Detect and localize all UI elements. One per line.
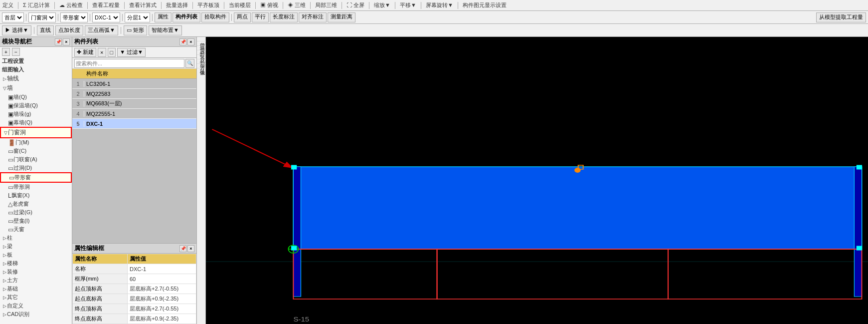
nav-item-wall[interactable]: ▽ 墙 bbox=[0, 83, 72, 93]
floor-select[interactable]: 首层 bbox=[2, 12, 24, 22]
nav-item-wall-buttress[interactable]: ▣ 墙垛(g) bbox=[0, 110, 72, 118]
toolbar-current-floor[interactable]: 当前楼层 bbox=[227, 1, 252, 9]
point-length-btn[interactable]: 点加长度 bbox=[55, 25, 83, 35]
toolbar-zoom[interactable]: 缩放▼ bbox=[372, 1, 392, 9]
nav-item-drawing[interactable]: 组图输入 bbox=[0, 65, 72, 74]
props-close[interactable]: × bbox=[187, 245, 194, 252]
pick-comp-btn[interactable]: 拾取构件 bbox=[201, 12, 229, 22]
nav-item-dormer[interactable]: △ 老虎窗 bbox=[0, 200, 72, 208]
prop-value-start-top[interactable]: 层底标高+2.7(-0.55) bbox=[128, 284, 196, 294]
extract-qty-btn[interactable]: 从模型提取工程量 bbox=[816, 12, 866, 22]
nav-item-stairs[interactable]: ▷ 楼梯 bbox=[0, 259, 72, 268]
vtool-extend[interactable]: 延伸 bbox=[197, 37, 206, 41]
toolbar-3d[interactable]: ◈ 三维 bbox=[286, 1, 307, 9]
nav-item-door[interactable]: 🚪 门(M) bbox=[0, 138, 72, 147]
toolbar-cloud[interactable]: ☁ 云检查 bbox=[58, 1, 84, 9]
nav-item-opening[interactable]: ▭ 过洞(D) bbox=[0, 164, 72, 172]
attr-btn[interactable]: 属性 bbox=[155, 12, 172, 22]
nav-item-foundation[interactable]: ▷ 基础 bbox=[0, 285, 72, 293]
nav-item-column[interactable]: ▷ 柱 bbox=[0, 234, 72, 242]
search-input[interactable] bbox=[74, 59, 184, 68]
comp-row-3[interactable]: 3 MQ6683(一层) bbox=[72, 99, 196, 109]
toolbar-batch-select[interactable]: 批量选择 bbox=[165, 1, 189, 9]
vtool-break[interactable]: 打断 bbox=[197, 46, 206, 50]
nav-remove-btn[interactable]: − bbox=[12, 48, 20, 56]
nav-item-window-door[interactable]: ▽ 门窗洞 bbox=[0, 127, 72, 138]
comp-list-pin[interactable]: 📌 bbox=[179, 38, 186, 45]
comp-list-btn[interactable]: 构件列表 bbox=[173, 12, 200, 22]
nav-item-window[interactable]: ▭ 窗(C) bbox=[0, 147, 72, 155]
nav-item-insulation-wall[interactable]: ▣ 保温墙(Q) bbox=[0, 101, 72, 110]
toolbar-top-view[interactable]: ▣ 俯视 bbox=[259, 1, 280, 9]
nav-item-slab[interactable]: ▷ 板 bbox=[0, 251, 72, 259]
nav-item-wall-q[interactable]: ▣ 墙(Q) bbox=[0, 93, 72, 101]
prop-value-end-top[interactable]: 层底标高+2.7(-0.55) bbox=[128, 304, 196, 314]
vtool-trim[interactable]: 修剪 bbox=[197, 41, 206, 46]
parallel-btn[interactable]: 平行 bbox=[252, 12, 269, 22]
props-pin[interactable]: 📌 bbox=[179, 245, 186, 252]
nav-pin-btn[interactable]: 📌 bbox=[55, 38, 62, 45]
measure-dist-btn[interactable]: 测量距离 bbox=[328, 12, 355, 22]
vtool-mirror[interactable]: 镜像 bbox=[197, 64, 206, 68]
comp-select[interactable]: DXC-1 bbox=[92, 12, 120, 22]
nav-item-axis[interactable]: ▷ 轴线 bbox=[0, 74, 72, 83]
align-mark-btn[interactable]: 对齐标注 bbox=[299, 12, 327, 22]
comp-row-2[interactable]: 2 MQ22583 bbox=[72, 89, 196, 99]
toolbar-display-settings[interactable]: 构件图元显示设置 bbox=[461, 1, 508, 9]
nav-item-strip-window[interactable]: ▭ 带形窗 bbox=[0, 172, 72, 183]
arc-btn[interactable]: 三点画弧▼ bbox=[85, 25, 118, 35]
nav-item-bay-window[interactable]: L 飘窗(X) bbox=[0, 191, 72, 200]
vtool-align[interactable]: 对齐 bbox=[197, 59, 206, 64]
comp-row-5[interactable]: 5 DXC-1 bbox=[72, 119, 196, 129]
nav-item-custom[interactable]: ▷ 自定义 bbox=[0, 302, 72, 310]
vtool-split[interactable]: 分割 bbox=[197, 55, 206, 59]
copy-comp-btn[interactable]: □ bbox=[108, 48, 116, 57]
nav-item-skylight[interactable]: ▭ 天窗 bbox=[0, 225, 72, 234]
line-btn[interactable]: 直线 bbox=[37, 25, 54, 35]
nav-item-niche[interactable]: ▭ 壁龛(I) bbox=[0, 217, 72, 225]
toolbar-align-top[interactable]: 平齐板顶 bbox=[196, 1, 221, 9]
view-select[interactable]: 门窗洞 bbox=[28, 12, 56, 22]
toolbar-local-3d[interactable]: 局部三维 bbox=[314, 1, 339, 9]
prop-value-name[interactable]: DXC-1 bbox=[128, 264, 196, 274]
length-mark-btn[interactable]: 长度标注 bbox=[270, 12, 298, 22]
layer-select[interactable]: 分层1 bbox=[125, 12, 150, 22]
new-comp-btn[interactable]: ✚ 新建 bbox=[74, 48, 96, 57]
toolbar-define[interactable]: 定义 bbox=[1, 1, 15, 9]
toolbar-fullscreen[interactable]: ⛶ 全屏 bbox=[345, 1, 366, 9]
nav-item-beam[interactable]: ▷ 梁 bbox=[0, 242, 72, 251]
filter-btn[interactable]: ▼ 过滤▼ bbox=[117, 48, 146, 57]
nav-item-door-window[interactable]: ▭ 门联窗(A) bbox=[0, 155, 72, 164]
rect-btn[interactable]: ▭ 矩形 bbox=[124, 25, 147, 35]
search-btn-icon[interactable]: 🔍 bbox=[185, 59, 194, 68]
comp-row-4[interactable]: 4 MQ22555-1 bbox=[72, 109, 196, 119]
nav-item-curtain-wall[interactable]: ▣ 幕墙(Q) bbox=[0, 118, 72, 127]
nav-item-other[interactable]: ▷ 其它 bbox=[0, 293, 72, 302]
nav-close-btn[interactable]: × bbox=[63, 38, 70, 45]
prop-value-frame[interactable]: 60 bbox=[128, 274, 196, 284]
select-btn[interactable]: ▶ 选择▼ bbox=[2, 25, 31, 35]
nav-item-cad[interactable]: ▷ CAD识别 bbox=[0, 310, 72, 319]
nav-item-strip-opening[interactable]: ▭ 带形洞 bbox=[0, 183, 72, 191]
toolbar-pan[interactable]: 平移▼ bbox=[398, 1, 418, 9]
nav-item-settings[interactable]: 工程设置 bbox=[0, 57, 72, 65]
nav-item-earthwork[interactable]: ▷ 土方 bbox=[0, 276, 72, 285]
del-comp-btn[interactable]: × bbox=[98, 48, 106, 57]
canvas-area[interactable]: S-15 bbox=[206, 37, 868, 324]
smart-place-btn[interactable]: 智能布置▼ bbox=[149, 25, 182, 35]
type-select[interactable]: 带形窗 bbox=[60, 12, 88, 22]
toolbar-screen-rotate[interactable]: 屏幕旋转▼ bbox=[424, 1, 455, 9]
nav-item-decoration[interactable]: ▷ 装修 bbox=[0, 268, 72, 276]
comp-row-1[interactable]: 1 LC3206-1 bbox=[72, 79, 196, 89]
sep7 bbox=[224, 2, 224, 9]
two-point-btn[interactable]: 两点 bbox=[234, 12, 251, 22]
toolbar-view-qty[interactable]: 查看工程量 bbox=[91, 1, 121, 9]
vtool-merge[interactable]: 合并 bbox=[197, 50, 206, 55]
nav-item-lintel[interactable]: ▭ 过梁(G) bbox=[0, 208, 72, 217]
nav-add-btn[interactable]: + bbox=[2, 48, 10, 56]
toolbar-sum[interactable]: Σ 汇总计算 bbox=[21, 1, 51, 9]
prop-value-end-bot[interactable]: 层底标高+0.9(-2.35) bbox=[128, 314, 196, 324]
prop-value-start-bot[interactable]: 层底标高+0.9(-2.35) bbox=[128, 294, 196, 304]
comp-list-close[interactable]: × bbox=[187, 38, 194, 45]
toolbar-view-formula[interactable]: 查看计算式 bbox=[128, 1, 158, 9]
